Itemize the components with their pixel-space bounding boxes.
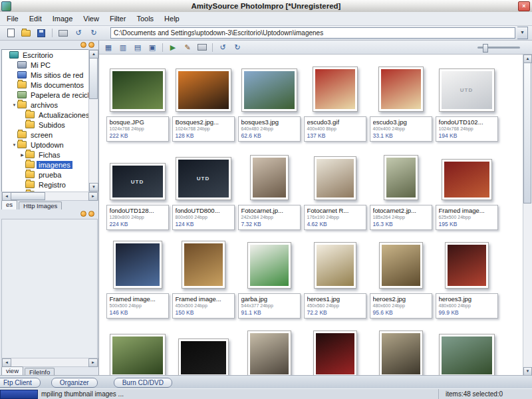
- thumbnail-item[interactable]: Los otros...: [368, 324, 434, 376]
- panel-close-icon[interactable]: [88, 211, 94, 217]
- thumbnail-item[interactable]: garba.jpg544x377 24bpp91.1 KB: [236, 235, 302, 324]
- down-arrow-icon[interactable]: ▼: [11, 143, 17, 147]
- zoom-slider[interactable]: [477, 47, 520, 49]
- thumbnail-label: heroes1.jpg450x560 24bpp72.2 KB: [304, 293, 366, 319]
- thumbnail-item[interactable]: escudo3.jpg400x400 24bpp33.1 KB: [368, 59, 434, 147]
- print-icon[interactable]: [57, 27, 70, 39]
- thumbnail-item[interactable]: [434, 324, 499, 376]
- tree-item-mis-documentos[interactable]: Mis documentos: [2, 80, 88, 90]
- thumbnail-item[interactable]: heroes3.jpg480x600 24bpp99.9 KB: [434, 235, 499, 324]
- zoom-slider-track[interactable]: [477, 47, 520, 49]
- tree-item-registro[interactable]: Registro: [2, 180, 88, 190]
- undo-icon[interactable]: ↺: [72, 27, 85, 39]
- detail-view-icon[interactable]: ▣: [146, 42, 159, 53]
- tab-view[interactable]: view: [1, 366, 23, 376]
- panel-pin-icon[interactable]: [80, 211, 86, 217]
- preview-horizontal-scrollbar[interactable]: ◄ ►: [1, 358, 98, 367]
- thumbnail-item[interactable]: UTDfondoUTD800...800x600 24bpp124 KB: [170, 147, 236, 235]
- tree-horizontal-scrollbar[interactable]: ◄ ►: [1, 192, 98, 201]
- scroll-down-icon[interactable]: ▼: [89, 183, 98, 192]
- organizer-button[interactable]: Organizer: [51, 378, 98, 388]
- new-file-icon[interactable]: [4, 27, 17, 39]
- tree-item-mis-sitios-de-red[interactable]: Mis sitios de red: [2, 70, 88, 80]
- thumbnail-item[interactable]: escudo3.gif400x400 8bpp137 KB: [302, 59, 368, 147]
- menu-item-image[interactable]: Image: [47, 13, 78, 25]
- menu-item-file[interactable]: File: [1, 13, 24, 25]
- scrollbar-thumb[interactable]: [11, 192, 45, 200]
- panel-close-icon[interactable]: [88, 42, 94, 48]
- print-image-icon[interactable]: [196, 42, 209, 53]
- tree-item-uptodown[interactable]: ▼Uptodown: [2, 140, 88, 150]
- menu-item-tools[interactable]: Tools: [131, 13, 159, 25]
- thumbnail-frame: UTD: [176, 147, 231, 200]
- folder-icon: [25, 111, 35, 118]
- thumbnail-image: [386, 158, 416, 198]
- tree-vertical-scrollbar[interactable]: ▲ ▼: [88, 49, 98, 192]
- right-arrow-icon[interactable]: ▶: [19, 152, 25, 157]
- scroll-right-icon[interactable]: ►: [88, 192, 98, 201]
- thumbnail-item[interactable]: heroes2.jpg480x600 24bpp95.6 KB: [368, 235, 434, 324]
- thumbnail-item[interactable]: Framed image...450x500 24bpp150 KB: [170, 235, 236, 324]
- menu-item-help[interactable]: Help: [159, 13, 185, 25]
- close-button[interactable]: ×: [518, 1, 530, 11]
- thumbnail-item[interactable]: JoanTriola4 0...: [170, 324, 236, 376]
- save-icon[interactable]: [35, 27, 48, 39]
- thumbnail-item[interactable]: Framed image...500x500 24bpp146 KB: [104, 235, 170, 324]
- thumbnail-item[interactable]: Los otros.jpg: [236, 324, 302, 376]
- address-dropdown-button[interactable]: ▼: [517, 27, 528, 39]
- image-editor-icon[interactable]: ✎: [181, 42, 194, 53]
- tab-es[interactable]: es: [1, 200, 17, 209]
- burn-cd-dvd-button[interactable]: Burn CD/DVD: [114, 378, 172, 388]
- thumbnail-item[interactable]: heroes1.jpg450x560 24bpp72.2 KB: [302, 235, 368, 324]
- thumbnail-view-icon[interactable]: ▦: [102, 42, 115, 53]
- list-view-icon[interactable]: ▤: [131, 42, 144, 53]
- grid-vertical-scrollbar[interactable]: ▲ ▼: [523, 55, 532, 376]
- thumbnail-item[interactable]: UTDfondoUTD128...1280x800 24bpp224 KB: [104, 147, 170, 235]
- redo-icon[interactable]: ↻: [87, 27, 100, 39]
- thumbnail-filesize: 95.6 KB: [373, 309, 429, 316]
- panel-pin-icon[interactable]: [80, 42, 86, 48]
- thumbnail-item[interactable]: bosque.JPG1024x768 24bpp222 KB: [104, 59, 170, 147]
- tree-item-subidos[interactable]: Subidos: [2, 120, 88, 130]
- polaroid-frame: [445, 242, 489, 289]
- tree-item-escritorio[interactable]: Escritorio: [2, 50, 88, 60]
- ftp-client-button[interactable]: Ftp Client: [0, 378, 41, 388]
- thumbnail-item[interactable]: Fotocarnet R...176x190 24bpp4.62 KB: [302, 147, 368, 235]
- thumbnail-item[interactable]: UTDfondoUTD102...1024x768 24bpp194 KB: [434, 59, 499, 147]
- menu-item-edit[interactable]: Edit: [24, 13, 47, 25]
- thumbnail-item[interactable]: Bosques2.jpg...1024x768 24bpp128 KB: [170, 59, 236, 147]
- scroll-right-icon[interactable]: ►: [88, 358, 98, 367]
- tree-item-prueba[interactable]: prueba: [2, 170, 88, 180]
- scrollbar-thumb[interactable]: [89, 58, 98, 99]
- zoom-slider-thumb[interactable]: [483, 44, 488, 53]
- thumbnail-item[interactable]: fotocarnet2.jp...185x264 24bpp16.3 KB: [368, 147, 434, 235]
- thumbnail-label: Framed image...625x500 24bpp195 KB: [436, 205, 498, 230]
- thumbnail-item[interactable]: bosques3.jpg640x480 24bpp62.6 KB: [236, 59, 302, 147]
- rotate-left-icon[interactable]: ↺: [216, 42, 229, 53]
- scrollbar-thumb[interactable]: [523, 63, 531, 203]
- down-arrow-icon[interactable]: ▼: [11, 103, 17, 107]
- menu-item-view[interactable]: View: [78, 13, 104, 25]
- tree-item-archivos[interactable]: ▼archivos: [2, 100, 88, 110]
- tree-item-imagenes[interactable]: imagenes: [2, 160, 88, 170]
- thumbnail-item[interactable]: [302, 324, 368, 376]
- open-folder-icon[interactable]: [19, 27, 33, 39]
- thumbnail-item[interactable]: Fotocarnet.jp...242x284 24bpp7.32 KB: [236, 147, 302, 235]
- tree-item-mi-pc[interactable]: Mi PC: [2, 60, 88, 70]
- tree-item-actualizaciones[interactable]: Actualizaciones: [2, 110, 88, 120]
- title-bar[interactable]: AmitySource PhotoImpro [*Unregistered] ×: [0, 0, 532, 13]
- rotate-right-icon[interactable]: ↻: [231, 42, 244, 53]
- thumbnail-item[interactable]: Framed image...625x500 24bpp195 KB: [434, 147, 499, 235]
- tree-item-screen[interactable]: screen: [2, 130, 88, 140]
- tree-item-papelera-de-reciclaje[interactable]: Papelera de reciclaje: [2, 90, 88, 100]
- thumbnail-item[interactable]: [104, 324, 170, 376]
- tree-item-fichas[interactable]: ▶Fichas: [2, 150, 88, 160]
- window-title: AmitySource PhotoImpro [*Unregistered]: [0, 2, 532, 10]
- thumbnail-frame: [314, 235, 356, 289]
- thumbnail-label: escudo3.gif400x400 8bpp137 KB: [304, 116, 366, 142]
- large-thumbnail-view-icon[interactable]: ▥: [116, 42, 130, 53]
- menu-item-filter[interactable]: Filter: [104, 13, 131, 25]
- slideshow-icon[interactable]: ▶: [166, 42, 180, 53]
- address-input[interactable]: [110, 27, 515, 39]
- tab-http-images[interactable]: Http Images: [19, 201, 62, 209]
